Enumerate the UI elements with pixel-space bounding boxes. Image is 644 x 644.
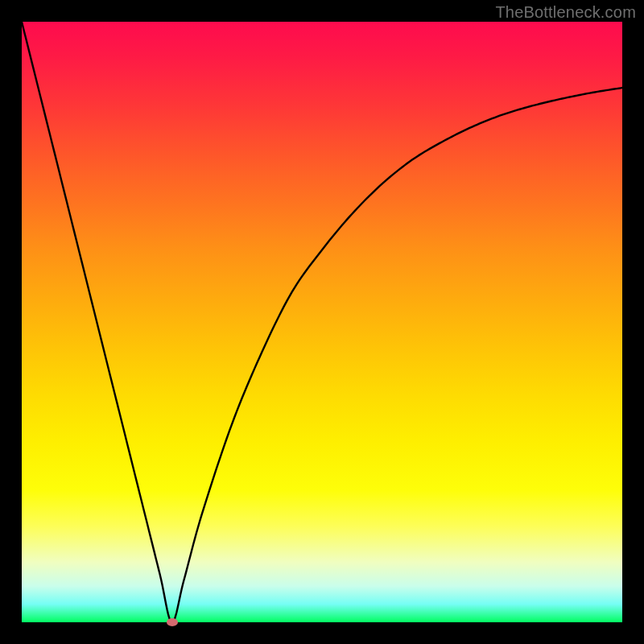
chart-area <box>22 22 622 622</box>
watermark-text: TheBottleneck.com <box>495 3 636 22</box>
bottleneck-curve-path <box>22 22 622 622</box>
chart-svg <box>22 22 622 622</box>
minimum-marker <box>167 618 178 626</box>
